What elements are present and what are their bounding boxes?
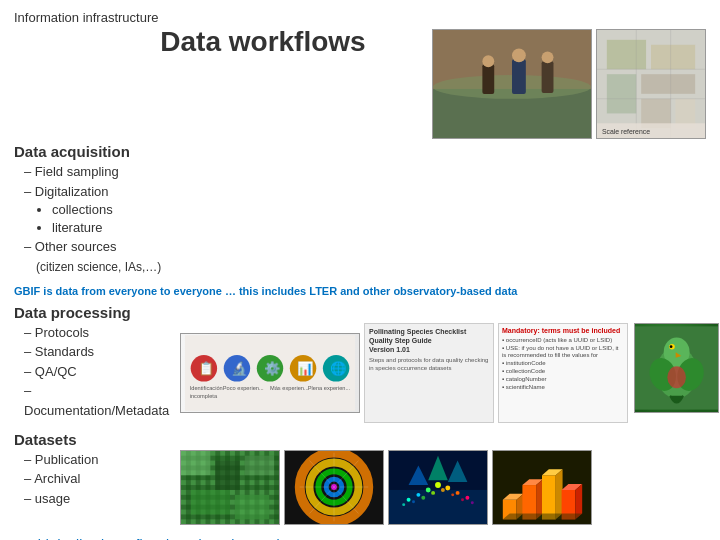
dataset-image-2 — [284, 450, 384, 525]
dataset-image-4 — [492, 450, 592, 525]
svg-point-4 — [482, 55, 494, 67]
svg-point-81 — [471, 501, 474, 504]
datasets-content: Publication Archival usage — [14, 450, 174, 509]
main-title: Data workflows — [94, 27, 432, 58]
header-row: Data workflows — [14, 27, 706, 139]
title-block: Data workflows — [14, 27, 432, 64]
processing-row: Protocols Standards QA/QC Documentation/… — [14, 323, 719, 423]
svg-point-6 — [512, 48, 526, 62]
svg-rect-3 — [482, 64, 494, 94]
svg-point-79 — [451, 493, 454, 496]
svg-point-73 — [465, 496, 469, 500]
dataset-image-1 — [180, 450, 280, 525]
bottom-text-1: Avoid duplication > first, knowing what … — [14, 535, 719, 540]
svg-rect-52 — [245, 455, 274, 475]
svg-point-77 — [431, 491, 435, 495]
svg-point-78 — [441, 488, 445, 492]
proc-item-metadata: Documentation/Metadata — [24, 381, 174, 420]
svg-text:Poco experien...: Poco experien... — [223, 385, 264, 391]
datasets-title: Datasets — [14, 431, 719, 448]
processing-content: Protocols Standards QA/QC Documentation/… — [14, 323, 174, 421]
processing-title: Data processing — [14, 304, 719, 321]
proc-item-protocols: Protocols — [24, 323, 174, 343]
datasets-section: Datasets Publication Archival usage — [14, 431, 719, 525]
svg-text:Identificación: Identificación — [190, 385, 223, 391]
dataset-item-archival: Archival — [24, 469, 174, 489]
sub-item-collections: collections — [52, 201, 719, 219]
svg-point-67 — [407, 498, 411, 502]
svg-point-42 — [670, 345, 673, 348]
svg-rect-12 — [607, 74, 636, 113]
svg-point-75 — [412, 500, 415, 503]
svg-rect-51 — [215, 460, 240, 489]
dataset-image-3 — [388, 450, 488, 525]
bird-image — [634, 323, 719, 413]
top-right-images: Scale reference — [432, 29, 706, 139]
svg-text:Plena experien...: Plena experien... — [308, 385, 351, 391]
acquisition-list: Field sampling Digitalization collection… — [14, 162, 719, 276]
svg-text:Más experien...: Más experien... — [270, 385, 309, 391]
datasets-images — [180, 450, 592, 525]
top-label: Information infrastructure — [14, 10, 706, 25]
processing-section: Data processing Protocols Standards QA/Q… — [14, 304, 719, 423]
field-photo-image — [432, 29, 592, 139]
sub-item-literature: literature — [52, 219, 719, 237]
svg-rect-92 — [542, 475, 556, 519]
svg-point-74 — [402, 503, 405, 506]
datasets-list: Publication Archival usage — [14, 450, 174, 509]
svg-text:🌐: 🌐 — [330, 360, 347, 377]
svg-rect-10 — [607, 40, 646, 69]
dataset-item-usage: usage — [24, 489, 174, 509]
dataset-item-publication: Publication — [24, 450, 174, 470]
svg-point-80 — [461, 498, 464, 501]
svg-marker-98 — [503, 513, 582, 519]
digitalization-subitems: collections literature — [24, 201, 719, 237]
gbif-notice: GBIF is data from everyone to everyone …… — [14, 284, 719, 299]
gbif-checklist-image: Pollinating Species Checklist Quality St… — [364, 323, 494, 423]
svg-point-69 — [426, 487, 431, 492]
svg-rect-54 — [235, 495, 269, 519]
svg-point-68 — [416, 493, 420, 497]
svg-rect-50 — [181, 451, 210, 476]
proc-item-qaqc: QA/QC — [24, 362, 174, 382]
acquisition-item-field: Field sampling — [24, 162, 719, 182]
svg-text:⚙️: ⚙️ — [264, 360, 281, 377]
map-image: Scale reference — [596, 29, 706, 139]
svg-point-76 — [421, 496, 425, 500]
acquisition-title: Data acquisition — [14, 143, 719, 160]
page-wrapper: Information infrastructure Data workflow… — [0, 0, 720, 540]
svg-marker-94 — [556, 469, 563, 519]
svg-text:🔬: 🔬 — [231, 360, 248, 377]
acquisition-item-digital: Digitalization collections literature — [24, 182, 719, 238]
svg-point-45 — [667, 366, 686, 388]
svg-rect-7 — [542, 61, 554, 93]
svg-point-70 — [435, 482, 441, 488]
proc-item-standards: Standards — [24, 342, 174, 362]
svg-text:incompleta: incompleta — [190, 392, 218, 398]
svg-text:Scale reference: Scale reference — [602, 128, 650, 135]
content-area: Data acquisition Field sampling Digitali… — [14, 143, 706, 540]
left-column: Data acquisition Field sampling Digitali… — [14, 143, 719, 540]
processing-images: 📋 🔬 ⚙️ 📊 🌐 Identificación — [180, 323, 628, 423]
other-sources-sublabel: (citizen science, IAs,…) — [24, 260, 161, 274]
svg-rect-66 — [389, 490, 487, 524]
svg-rect-11 — [651, 45, 695, 70]
svg-point-8 — [542, 51, 554, 63]
bottom-text-block: Avoid duplication > first, knowing what … — [14, 535, 719, 540]
acquisition-item-other: Other sources (citizen science, IAs,…) — [24, 237, 719, 276]
svg-point-72 — [456, 491, 460, 495]
svg-point-71 — [445, 485, 450, 490]
workflow-icons-image: 📋 🔬 ⚙️ 📊 🌐 Identificación — [180, 333, 360, 413]
svg-marker-91 — [536, 479, 543, 519]
mandatory-image: Mandatory: terms must be included ▪ occu… — [498, 323, 628, 423]
svg-text:📊: 📊 — [297, 360, 314, 377]
acquisition-section: Data acquisition Field sampling Digitali… — [14, 143, 719, 276]
datasets-row: Publication Archival usage — [14, 450, 719, 525]
svg-rect-13 — [641, 74, 695, 94]
processing-list: Protocols Standards QA/QC Documentation/… — [14, 323, 174, 421]
svg-text:📋: 📋 — [198, 360, 215, 377]
svg-rect-5 — [512, 59, 526, 94]
svg-rect-53 — [191, 490, 230, 515]
